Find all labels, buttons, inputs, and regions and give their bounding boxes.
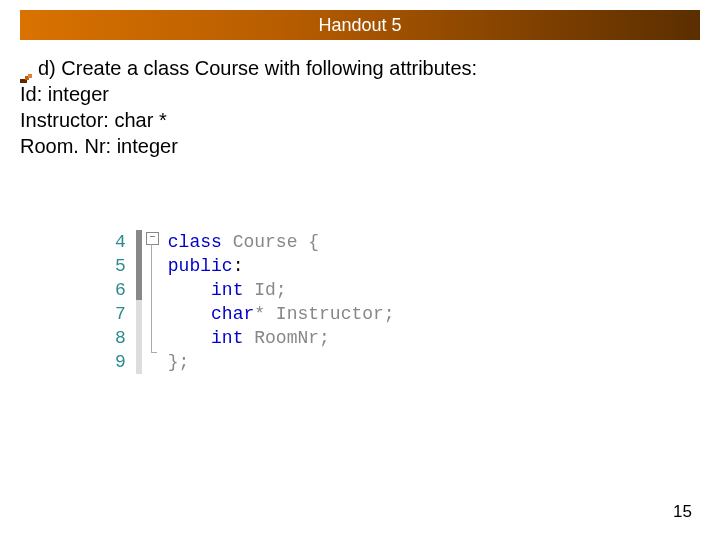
code-block: 4 5 6 7 8 9 − class Course { public: int…: [115, 230, 395, 374]
bullet-text: d) Create a class Course with following …: [38, 57, 477, 79]
body-line-3: Room. Nr: integer: [20, 133, 700, 159]
code-line: };: [168, 350, 395, 374]
bullet-line: d) Create a class Course with following …: [20, 55, 700, 81]
line-number: 8: [115, 326, 126, 350]
code-line: class Course {: [168, 230, 395, 254]
line-number: 7: [115, 302, 126, 326]
title-text: Handout 5: [318, 15, 401, 36]
code-text: Id;: [243, 280, 286, 300]
bullet-icon: [20, 64, 34, 76]
line-number: 6: [115, 278, 126, 302]
code-text: Course {: [222, 232, 319, 252]
keyword: public: [168, 256, 233, 276]
keyword: class: [168, 232, 222, 252]
code-line: int RoomNr;: [168, 326, 395, 350]
code-text: RoomNr;: [243, 328, 329, 348]
code-line: public:: [168, 254, 395, 278]
source-code: class Course { public: int Id; char* Ins…: [168, 230, 395, 374]
title-band: Handout 5: [20, 10, 700, 40]
code-text: :: [233, 256, 244, 276]
gutter-strip: [136, 230, 142, 300]
body-line-1: Id: integer: [20, 81, 700, 107]
code-line: char* Instructor;: [168, 302, 395, 326]
svg-rect-2: [28, 74, 32, 78]
keyword: int: [211, 328, 243, 348]
fold-end: [151, 352, 157, 353]
line-number: 4: [115, 230, 126, 254]
change-gutter: [136, 230, 142, 374]
fold-minus-icon[interactable]: −: [146, 232, 159, 245]
fold-gutter: −: [146, 230, 162, 374]
code-line: int Id;: [168, 278, 395, 302]
line-number: 9: [115, 350, 126, 374]
body-text: d) Create a class Course with following …: [20, 55, 700, 159]
line-number-gutter: 4 5 6 7 8 9: [115, 230, 136, 374]
fold-line: [151, 244, 152, 352]
keyword: char: [211, 304, 254, 324]
code-text: * Instructor;: [254, 304, 394, 324]
keyword: int: [211, 280, 243, 300]
page-number: 15: [673, 502, 692, 522]
slide: { "header": { "title": "Handout 5" }, "b…: [0, 0, 720, 540]
body-line-2: Instructor: char *: [20, 107, 700, 133]
line-number: 5: [115, 254, 126, 278]
